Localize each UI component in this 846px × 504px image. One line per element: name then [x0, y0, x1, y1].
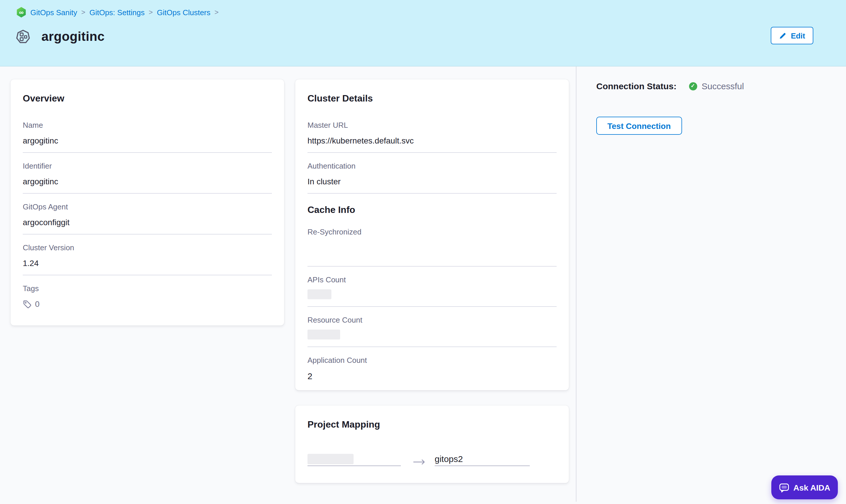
field-resource-count: Resource Count [307, 316, 557, 347]
title-row: argogitinc [15, 28, 105, 45]
project-mapping-heading: Project Mapping [307, 419, 557, 430]
cache-info-heading: Cache Info [307, 205, 557, 215]
field-value: argogitinc [23, 136, 272, 145]
field-value: argogitinc [23, 177, 272, 186]
gitops-module-icon: ∞ [16, 7, 26, 18]
breadcrumb-gitops-sanity[interactable]: GitOps Sanity [30, 8, 77, 17]
arrow-right-icon [413, 459, 425, 465]
breadcrumb-gitops-clusters[interactable]: GitOps Clusters [157, 8, 211, 17]
field-label: Re-Sychronized [307, 228, 557, 236]
page-title: argogitinc [41, 29, 105, 44]
test-connection-button[interactable]: Test Connection [596, 117, 682, 135]
overview-card: Overview Name argogitinc Identifier argo… [11, 79, 284, 325]
field-label: Identifier [23, 162, 272, 170]
overview-heading: Overview [23, 93, 272, 104]
field-apis-count: APIs Count [307, 275, 557, 307]
field-value: https://kubernetes.default.svc [307, 136, 557, 145]
chat-bubble-icon [779, 482, 789, 493]
edit-button-label: Edit [791, 31, 805, 40]
tag-icon [23, 300, 32, 308]
breadcrumb-separator: > [149, 8, 153, 16]
field-label: Resource Count [307, 316, 557, 324]
field-value: In cluster [307, 177, 557, 186]
loading-skeleton [307, 329, 340, 340]
breadcrumb-separator: > [214, 8, 218, 16]
success-check-icon: ✓ [689, 82, 697, 90]
field-resynchronized: Re-Sychronized [307, 228, 557, 267]
connection-status-text: Successful [702, 81, 744, 91]
pencil-icon [779, 32, 787, 39]
field-label: GitOps Agent [23, 202, 272, 211]
field-cluster-version: Cluster Version 1.24 [23, 243, 272, 275]
ask-aida-label: Ask AIDA [793, 483, 830, 492]
connection-panel: Connection Status: ✓ Successful [596, 81, 744, 91]
field-label: Name [23, 121, 272, 129]
breadcrumb-separator: > [81, 8, 85, 16]
project-mapping-row: gitops2 [307, 454, 557, 466]
vertical-divider [576, 67, 576, 502]
field-label: APIs Count [307, 275, 557, 284]
connection-status-label: Connection Status: [596, 81, 677, 91]
cluster-icon [15, 28, 32, 45]
field-identifier: Identifier argogitinc [23, 162, 272, 194]
field-value: 1.24 [23, 258, 272, 268]
tags-count: 0 [35, 299, 40, 309]
connection-status-badge: ✓ Successful [689, 81, 744, 91]
field-authentication: Authentication In cluster [307, 162, 557, 194]
edit-button[interactable]: Edit [771, 27, 813, 44]
field-value: argoconfiggit [23, 218, 272, 227]
field-label: Application Count [307, 356, 557, 364]
loading-skeleton [307, 454, 354, 464]
field-label: Master URL [307, 121, 557, 129]
page: ∞ GitOps Sanity > GitOps: Settings > Git… [0, 0, 846, 504]
field-master-url: Master URL https://kubernetes.default.sv… [307, 121, 557, 153]
empty-value [307, 243, 557, 259]
mapping-source-field [307, 454, 401, 466]
field-tags: Tags 0 [23, 284, 272, 316]
field-label: Cluster Version [23, 243, 272, 252]
field-value: 2 [307, 371, 557, 381]
field-label: Tags [23, 284, 272, 293]
loading-skeleton [307, 289, 331, 299]
cluster-details-heading: Cluster Details [307, 93, 557, 104]
field-name: Name argogitinc [23, 121, 272, 153]
project-mapping-card: Project Mapping gitops2 [295, 406, 569, 483]
field-label: Authentication [307, 162, 557, 170]
breadcrumb-gitops-settings[interactable]: GitOps: Settings [89, 8, 144, 17]
field-application-count: Application Count 2 [307, 356, 557, 388]
breadcrumb: ∞ GitOps Sanity > GitOps: Settings > Git… [16, 7, 218, 18]
mapping-target-field: gitops2 [435, 454, 530, 466]
ask-aida-button[interactable]: Ask AIDA [771, 475, 838, 499]
page-header: ∞ GitOps Sanity > GitOps: Settings > Git… [0, 0, 846, 67]
cluster-details-card: Cluster Details Master URL https://kuber… [295, 79, 569, 390]
field-gitops-agent: GitOps Agent argoconfiggit [23, 202, 272, 234]
